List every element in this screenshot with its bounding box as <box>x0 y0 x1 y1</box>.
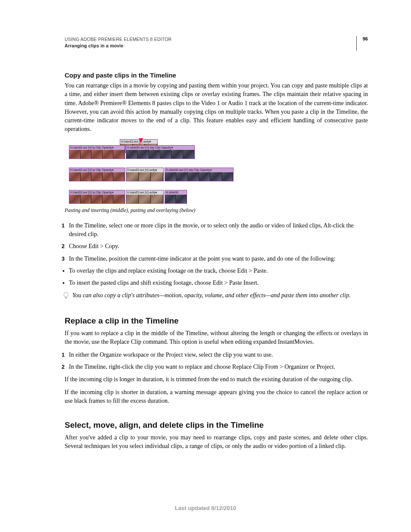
clip-label: H.slide04.avi [V] sity:Clip Opacity▾ <box>126 146 194 150</box>
clip-label: H.bars02.avi [V] ty:Clip Opacity▾ <box>69 168 125 172</box>
clip-label: H.bars03.avi [V] acity▾ <box>126 168 163 172</box>
clip-label: H.bars03.avi [V] acity▾ <box>126 190 163 195</box>
lightbulb-icon <box>63 292 69 302</box>
step-number: 1 <box>57 221 69 239</box>
bullet-icon: • <box>57 279 69 287</box>
page-header: USING ADOBE PREMIERE ELEMENTS 8 EDITOR A… <box>65 36 368 51</box>
bullet-text: To insert the pasted clips and shift exi… <box>69 279 368 287</box>
step-item: 3 In the Timeline, position the current-… <box>65 255 368 263</box>
bullet-item: • To overlay the clips and replace exist… <box>65 267 368 275</box>
page-number: 96 <box>363 36 368 41</box>
clip-label: H.slide04.avi [V] sity:Clip Opacity▾ <box>165 168 233 172</box>
bullet-item: • To insert the pasted clips and shift e… <box>65 279 368 287</box>
section2-body: If you want to replace a clip in the mid… <box>65 329 368 347</box>
section3-heading: Select, move, align, and delete clips in… <box>65 420 368 430</box>
svg-rect-1 <box>65 297 67 298</box>
step-number: 3 <box>57 255 69 263</box>
section1-body: You can rearrange clips in a movie by co… <box>65 81 368 134</box>
clip-label: H.slide04 <box>165 190 187 195</box>
section3-body: After you've added a clip to your movie,… <box>65 433 368 451</box>
step-text: In the Timeline, right-click the clip yo… <box>69 363 368 371</box>
step-item: 1 In the Timeline, select one or more cl… <box>65 221 368 239</box>
step-text: In the Timeline, select one or more clip… <box>69 221 368 239</box>
page-number-box: 96 <box>356 36 368 51</box>
step-item: 2 In the Timeline, right-click the clip … <box>65 363 368 371</box>
doc-title: USING ADOBE PREMIERE ELEMENTS 8 EDITOR <box>65 36 171 43</box>
header-text: USING ADOBE PREMIERE ELEMENTS 8 EDITOR A… <box>65 36 171 49</box>
step-text: Choose Edit > Copy. <box>69 242 368 251</box>
step-item: 1 In either the Organize workspace or th… <box>65 351 368 359</box>
section2-after-2: If the incoming clip is shorter in durat… <box>65 388 368 406</box>
step-number: 2 <box>57 242 69 251</box>
step-item: 2 Choose Edit > Copy. <box>65 242 368 251</box>
section1-heading: Copy and paste clips in the Timeline <box>65 72 368 79</box>
section2-heading: Replace a clip in the Timeline <box>65 316 368 326</box>
clip-label: H.bars02.avi [V] ty:Clip Opacity▾ <box>69 190 125 195</box>
step-number: 2 <box>57 363 69 371</box>
step-text: In either the Organize workspace or the … <box>69 351 368 359</box>
bullet-icon: • <box>57 267 69 275</box>
steps-list-2: 1 In either the Organize workspace or th… <box>65 351 368 372</box>
doc-section: Arranging clips in a movie <box>65 43 171 49</box>
figure-timeline: H.bars03.avi [V] acity▾ H.bars02.avi [V]… <box>65 139 368 204</box>
page-footer: Last updated 8/12/2010 <box>0 505 411 511</box>
figure-caption: Pasting and inserting (middle), pasting … <box>65 207 368 214</box>
svg-rect-2 <box>65 298 67 299</box>
arrow-down-icon <box>139 138 143 143</box>
bullet-text: To overlay the clips and replace existin… <box>69 267 368 275</box>
tip-text: You can also copy a clip's attributes—mo… <box>72 291 351 300</box>
section2-after-1: If the incoming clip is longer in durati… <box>65 375 368 384</box>
clip-label: H.bars02.avi [V] ty:Clip Opacity▾ <box>69 146 125 150</box>
svg-point-0 <box>64 292 68 297</box>
steps-list-1: 1 In the Timeline, select one or more cl… <box>65 221 368 288</box>
tip-note: You can also copy a clip's attributes—mo… <box>63 291 368 302</box>
step-text: In the Timeline, position the current-ti… <box>69 255 368 263</box>
step-number: 1 <box>57 351 69 359</box>
